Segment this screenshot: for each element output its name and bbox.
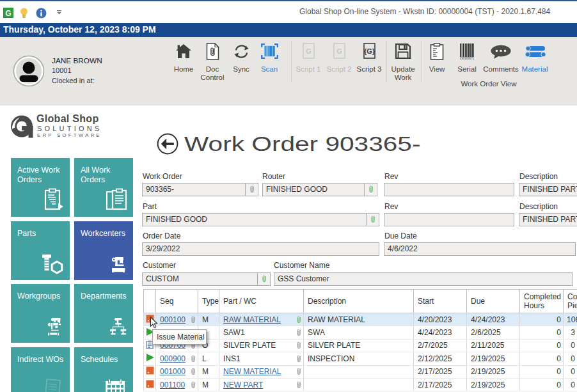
svg-text:{G}: {G}	[364, 47, 375, 55]
svg-text:G: G	[336, 47, 342, 55]
svg-text:G: G	[306, 47, 312, 55]
svg-text:190309071: 190309071	[460, 57, 475, 60]
svg-text:G: G	[5, 9, 11, 18]
